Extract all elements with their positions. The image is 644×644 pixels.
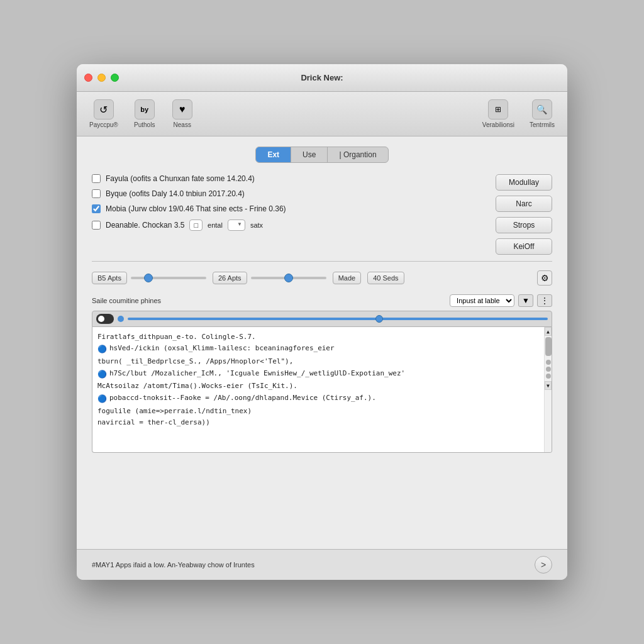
option-2-checkbox[interactable] bbox=[92, 189, 101, 198]
log-line-0: Firatlafs_dithpuan_e-to. Colingle-S.7. bbox=[97, 332, 538, 341]
toolbar-back-button[interactable]: ↺ Payccpu® bbox=[84, 97, 123, 131]
modullay-button[interactable]: Modullay bbox=[496, 174, 552, 191]
slider-section: B5 Apts 26 Apts Made 40 Seds ⚙ bbox=[92, 270, 552, 286]
slider-1-input[interactable] bbox=[131, 277, 206, 279]
option-3-label: Mobia (Jurw cblov 19/0.46 That sine ects… bbox=[106, 204, 286, 213]
log-line-5: 🔵 pobaccd-tnoksit--Faoke = /Ab/.oong/dhl… bbox=[97, 393, 538, 404]
close-button[interactable] bbox=[84, 74, 92, 82]
log-line-4: McAtsoilaz /atomt/Tima().Wocks-eier (TsI… bbox=[97, 381, 538, 391]
log-section: Saile coumitine phines Inpust at lable ▼… bbox=[92, 294, 552, 453]
slider-2-input[interactable] bbox=[251, 277, 326, 279]
footer: #MAY1 Apps ifaid a low. An-Yeabway chow … bbox=[77, 549, 567, 580]
option-4-box[interactable]: □ bbox=[189, 219, 203, 231]
option-row-2: Byque (oofits Daly 14.0 tnbiun 2017.20.4… bbox=[92, 189, 486, 198]
tab-use[interactable]: Use bbox=[291, 147, 328, 162]
variables-icon: ⊞ bbox=[488, 99, 508, 119]
log-line-6: fogulile (amie=>perraie.l/ndtin_tnex) bbox=[97, 406, 538, 416]
tab-ext[interactable]: Ext bbox=[256, 147, 291, 162]
option-3-checkbox[interactable] bbox=[92, 204, 101, 213]
option-4-checkbox[interactable] bbox=[92, 221, 101, 230]
toolbar-news-label: Neass bbox=[174, 121, 191, 128]
log-toolbar bbox=[92, 311, 552, 327]
log-icon-5: 🔵 bbox=[97, 394, 107, 404]
log-scroll-down[interactable]: ▼ bbox=[545, 381, 552, 390]
slider-3-label: Made bbox=[333, 272, 362, 284]
back-icon: ↺ bbox=[94, 99, 114, 119]
toolbar-news-button[interactable]: ♥ Neass bbox=[166, 97, 199, 131]
log-scrollbar-dots bbox=[545, 357, 552, 381]
toolbar-terminals-button[interactable]: 🔍 Tentrmils bbox=[525, 97, 560, 131]
footer-next-button[interactable]: > bbox=[535, 556, 552, 574]
log-indicator bbox=[118, 316, 124, 322]
by-icon: by bbox=[135, 99, 155, 119]
content-area: Ext Use | Organtion Fayula (oofits a Chu… bbox=[77, 136, 567, 541]
maximize-button[interactable] bbox=[111, 74, 119, 82]
slider-group-1: B5 Apts bbox=[92, 272, 206, 284]
option-4-label: Deanable. Chockan 3.5 bbox=[106, 221, 184, 230]
log-line-2: tburn( _til_Bedprlcse_S., /Apps/Hnoplor<… bbox=[97, 357, 538, 366]
tab-bar: Ext Use | Organtion bbox=[92, 147, 552, 163]
option-4-input2: satx bbox=[250, 221, 263, 229]
toolbar-terminals-label: Tentrmils bbox=[530, 121, 555, 128]
separator-1 bbox=[92, 261, 552, 262]
option-4-dropdown[interactable] bbox=[228, 219, 245, 231]
options-section: Fayula (oofits a Chunxan fate some 14.20… bbox=[92, 174, 552, 255]
slider-4-label: 40 Seds bbox=[367, 272, 404, 284]
toolbar-back-label: Payccpu® bbox=[89, 121, 118, 128]
narc-button[interactable]: Narc bbox=[496, 196, 552, 212]
log-section-header: Saile coumitine phines Inpust at lable ▼… bbox=[92, 294, 552, 307]
toolbar-right: ⊞ Verabilionsi 🔍 Tentrmils bbox=[477, 97, 560, 131]
minimize-button[interactable] bbox=[97, 74, 106, 82]
log-slider[interactable] bbox=[128, 318, 548, 320]
log-header-label: Saile coumitine phines bbox=[92, 297, 161, 304]
toolbar-variables-label: Verabilionsi bbox=[482, 121, 514, 128]
option-4-input1: ental bbox=[208, 221, 223, 229]
option-2-label: Byque (oofits Daly 14.0 tnbiun 2017.20.4… bbox=[106, 189, 245, 198]
side-buttons: Modullay Narc Strops KeiOff bbox=[496, 174, 552, 255]
window-title: Drick New: bbox=[301, 73, 343, 82]
log-body[interactable]: Firatlafs_dithpuan_e-to. Colingle-S.7. 🔵… bbox=[92, 327, 552, 453]
log-icon-3: 🔵 bbox=[97, 369, 107, 380]
log-header-controls: Inpust at lable ▼ ⋮ bbox=[450, 294, 552, 307]
gear-button[interactable]: ⚙ bbox=[537, 270, 552, 286]
tab-group: Ext Use | Organtion bbox=[255, 147, 388, 163]
slider-1-label: B5 Apts bbox=[92, 272, 127, 284]
slider-group-2: 26 Apts bbox=[213, 272, 326, 284]
log-line-3: 🔵 h7Sc/lbut /Mozalicher_IcM., 'Icguale E… bbox=[97, 369, 538, 380]
slider-group-3: Made bbox=[333, 272, 362, 284]
dot-3 bbox=[546, 374, 551, 379]
log-icon-1: 🔵 bbox=[97, 344, 107, 355]
log-menu-button[interactable]: ⋮ bbox=[537, 294, 552, 307]
option-1-checkbox[interactable] bbox=[92, 174, 101, 183]
log-select[interactable]: Inpust at lable bbox=[450, 294, 514, 307]
option-1-label: Fayula (oofits a Chunxan fate some 14.20… bbox=[106, 174, 255, 183]
log-line-7: navircial = ther-cl_dersa)) bbox=[97, 418, 538, 427]
toolbar-variables-button[interactable]: ⊞ Verabilionsi bbox=[477, 97, 519, 131]
log-filter-button[interactable]: ▼ bbox=[518, 294, 533, 307]
slider-group-4: 40 Seds bbox=[367, 272, 404, 284]
slider-2-label: 26 Apts bbox=[213, 272, 247, 284]
log-scrollbar[interactable]: ▲ ▼ bbox=[544, 327, 552, 452]
option-row-3: Mobia (Jurw cblov 19/0.46 That sine ects… bbox=[92, 204, 486, 213]
main-window: Drick New: ↺ Payccpu® by Puthols ♥ Neass… bbox=[77, 64, 567, 580]
footer-text: #MAY1 Apps ifaid a low. An-Yeabway chow … bbox=[92, 561, 530, 569]
terminals-icon: 🔍 bbox=[532, 99, 552, 119]
option-4-dropdown-wrap bbox=[228, 219, 245, 231]
log-scroll-up[interactable]: ▲ bbox=[545, 327, 552, 336]
log-toggle[interactable] bbox=[96, 314, 114, 324]
keioff-button[interactable]: KeiOff bbox=[496, 238, 552, 255]
title-bar: Drick New: bbox=[77, 64, 567, 92]
toolbar-by-label: Puthols bbox=[134, 121, 155, 128]
options-list: Fayula (oofits a Chunxan fate some 14.20… bbox=[92, 174, 486, 255]
tab-organisation[interactable]: | Organtion bbox=[328, 147, 387, 162]
news-icon: ♥ bbox=[172, 99, 192, 119]
strops-button[interactable]: Strops bbox=[496, 217, 552, 233]
dot-1 bbox=[546, 360, 551, 365]
log-line-1: 🔵 hsVed-/ickin (oxsal_Klimm-lailesc: bce… bbox=[97, 343, 538, 355]
option-row-1: Fayula (oofits a Chunxan fate some 14.20… bbox=[92, 174, 486, 183]
dot-2 bbox=[546, 367, 551, 372]
toolbar: ↺ Payccpu® by Puthols ♥ Neass ⊞ Verabili… bbox=[77, 92, 567, 136]
toolbar-by-button[interactable]: by Puthols bbox=[128, 97, 161, 131]
option-row-4: Deanable. Chockan 3.5 □ ental satx bbox=[92, 219, 486, 231]
log-scroll-thumb bbox=[545, 337, 552, 356]
